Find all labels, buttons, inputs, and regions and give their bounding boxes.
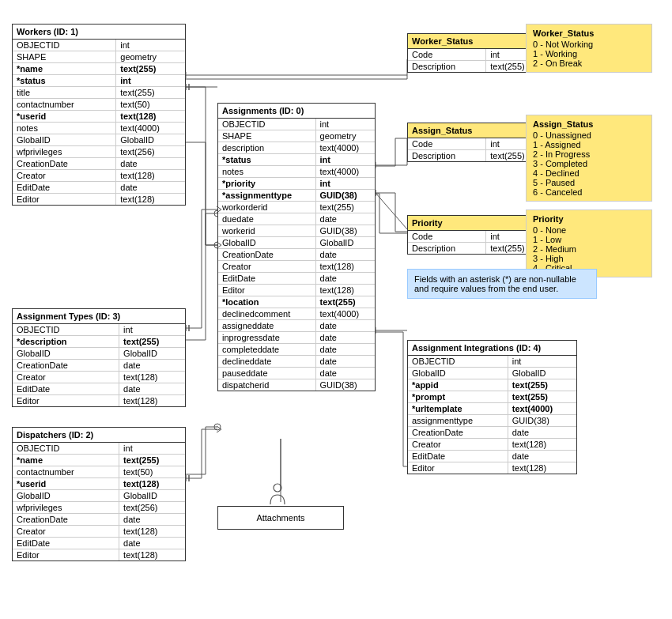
svg-line-33 bbox=[376, 193, 407, 229]
table-row: Creatortext(128) bbox=[13, 372, 185, 383]
diagram-container: Workers (ID: 1) OBJECTIDint SHAPEgeometr… bbox=[0, 0, 672, 619]
table-row: OBJECTIDint bbox=[13, 324, 185, 336]
worker-status-header: Worker_Status bbox=[408, 34, 533, 49]
legend-item: 5 - Paused bbox=[533, 178, 645, 187]
worker-status-table: Worker_Status Codeint Descriptiontext(25… bbox=[407, 33, 534, 73]
table-row: notestext(4000) bbox=[218, 166, 375, 178]
assignments-header: Assignments (ID: 0) bbox=[218, 104, 375, 119]
svg-line-52 bbox=[217, 429, 221, 432]
assignments-table: Assignments (ID: 0) OBJECTIDint SHAPEgeo… bbox=[217, 103, 376, 391]
table-row: CreationDatedate bbox=[408, 427, 576, 439]
table-row: OBJECTIDint bbox=[13, 443, 185, 455]
assignment-integrations-table: Assignment Integrations (ID: 4) OBJECTID… bbox=[407, 340, 577, 474]
assign-status-header: Assign_Status bbox=[408, 123, 533, 138]
table-row: declineddatedate bbox=[218, 356, 375, 368]
attachments-box: Attachments bbox=[217, 506, 344, 530]
table-row: Editortext(128) bbox=[13, 194, 185, 206]
legend-item: 1 - Low bbox=[533, 235, 645, 244]
table-row: GlobalIDGlobalID bbox=[13, 490, 185, 502]
assign-status-legend: Assign_Status 0 - Unassigned 1 - Assigne… bbox=[526, 115, 652, 202]
table-row: completeddatedate bbox=[218, 344, 375, 356]
legend-item: 0 - Unassigned bbox=[533, 130, 645, 140]
table-row: *nametext(255) bbox=[13, 63, 185, 75]
table-row: assigneddatedate bbox=[218, 320, 375, 332]
table-row: GlobalIDGlobalID bbox=[218, 237, 375, 249]
workers-table-header: Workers (ID: 1) bbox=[13, 25, 185, 40]
table-row: Creatortext(128) bbox=[408, 439, 576, 451]
legend-item: 2 - On Break bbox=[533, 59, 645, 68]
svg-point-26 bbox=[274, 484, 281, 492]
legend-item: 0 - None bbox=[533, 225, 645, 235]
priority-legend: Priority 0 - None 1 - Low 2 - Medium 3 -… bbox=[526, 209, 652, 277]
person-icon bbox=[269, 482, 286, 506]
worker-status-legend: Worker_Status 0 - Not Working 1 - Workin… bbox=[526, 24, 652, 73]
table-row: wfprivilegestext(256) bbox=[13, 502, 185, 514]
table-row: *statusint bbox=[218, 154, 375, 166]
table-row: CreationDatedate bbox=[13, 514, 185, 526]
worker-status-legend-title: Worker_Status bbox=[533, 28, 645, 38]
table-row: Creatortext(128) bbox=[13, 170, 185, 182]
table-row: duedatedate bbox=[218, 213, 375, 225]
assignment-integrations-header: Assignment Integrations (ID: 4) bbox=[408, 341, 576, 356]
table-row: workorderidtext(255) bbox=[218, 202, 375, 213]
table-row: descriptiontext(4000) bbox=[218, 142, 375, 154]
table-row: Descriptiontext(255) bbox=[408, 243, 533, 255]
svg-point-15 bbox=[214, 424, 221, 430]
table-row: EditDatedate bbox=[218, 273, 375, 285]
table-row: CreationDatedate bbox=[13, 360, 185, 372]
attachments-label: Attachments bbox=[256, 513, 304, 523]
table-row: assignmenttypeGUID(38) bbox=[408, 415, 576, 427]
table-row: GlobalIDGlobalID bbox=[408, 368, 576, 379]
table-row: OBJECTIDint bbox=[408, 356, 576, 368]
table-row: *useridtext(128) bbox=[13, 478, 185, 490]
table-row: *descriptiontext(255) bbox=[13, 336, 185, 348]
legend-item: 0 - Not Working bbox=[533, 40, 645, 49]
table-row: EditDatedate bbox=[408, 451, 576, 462]
table-row: notestext(4000) bbox=[13, 123, 185, 134]
table-row: contactnumbertext(50) bbox=[13, 466, 185, 478]
table-row: Editortext(128) bbox=[13, 395, 185, 407]
assign-status-legend-title: Assign_Status bbox=[533, 119, 645, 129]
table-row: Creatortext(128) bbox=[13, 526, 185, 538]
person-svg bbox=[269, 482, 286, 506]
dispatchers-header: Dispatchers (ID: 2) bbox=[13, 428, 185, 443]
table-row: Creatortext(128) bbox=[218, 261, 375, 273]
table-row: *useridtext(128) bbox=[13, 111, 185, 123]
table-row: pauseddatedate bbox=[218, 368, 375, 379]
table-row: Descriptiontext(255) bbox=[408, 150, 533, 162]
table-row: *urltemplatetext(4000) bbox=[408, 403, 576, 415]
table-row: wfprivilegestext(256) bbox=[13, 146, 185, 158]
table-row: SHAPEgeometry bbox=[218, 130, 375, 142]
legend-item: 2 - In Progress bbox=[533, 149, 645, 159]
table-row: EditDatedate bbox=[13, 538, 185, 549]
legend-item: 3 - High bbox=[533, 254, 645, 263]
table-row: Editortext(128) bbox=[13, 549, 185, 561]
table-row: Editortext(128) bbox=[408, 462, 576, 474]
table-row: inprogressdatedate bbox=[218, 332, 375, 344]
priority-legend-title: Priority bbox=[533, 214, 645, 224]
assign-status-table: Assign_Status Codeint Descriptiontext(25… bbox=[407, 123, 534, 162]
table-row: Codeint bbox=[408, 49, 533, 61]
table-row: GlobalIDGlobalID bbox=[13, 134, 185, 146]
table-row: *nametext(255) bbox=[13, 455, 185, 466]
legend-item: 3 - Completed bbox=[533, 159, 645, 168]
table-row: titletext(255) bbox=[13, 87, 185, 99]
table-row: *prompttext(255) bbox=[408, 391, 576, 403]
assignment-types-table: Assignment Types (ID: 3) OBJECTIDint *de… bbox=[12, 308, 186, 407]
table-row: declinedcommenttext(4000) bbox=[218, 308, 375, 320]
table-row: Editortext(128) bbox=[218, 285, 375, 296]
dispatchers-table: Dispatchers (ID: 2) OBJECTIDint *nametex… bbox=[12, 427, 186, 561]
info-box-text: Fields with an asterisk (*) are non-null… bbox=[414, 274, 576, 293]
legend-item: 4 - Declined bbox=[533, 168, 645, 178]
legend-item: 6 - Canceled bbox=[533, 187, 645, 197]
workers-table: Workers (ID: 1) OBJECTIDint SHAPEgeometr… bbox=[12, 24, 186, 206]
table-row: CreationDatedate bbox=[13, 158, 185, 170]
table-row: *statusint bbox=[13, 75, 185, 87]
svg-line-51 bbox=[217, 426, 221, 429]
table-row: SHAPEgeometry bbox=[13, 51, 185, 63]
table-row: *locationtext(255) bbox=[218, 296, 375, 308]
table-row: Codeint bbox=[408, 231, 533, 243]
legend-item: 1 - Assigned bbox=[533, 140, 645, 149]
table-row: EditDatedate bbox=[13, 383, 185, 395]
table-row: dispatcheridGUID(38) bbox=[218, 379, 375, 391]
